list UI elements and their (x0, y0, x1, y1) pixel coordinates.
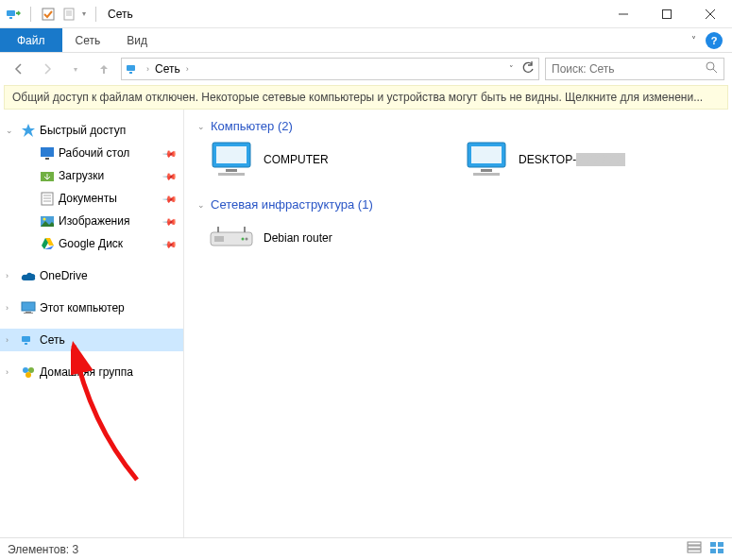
refresh-icon[interactable] (521, 61, 535, 77)
address-segment[interactable]: Сеть (155, 62, 180, 76)
tree-label: Рабочий стол (59, 146, 129, 160)
chevron-right-icon[interactable]: › (6, 271, 17, 280)
svg-line-14 (713, 69, 717, 73)
sidebar-homegroup[interactable]: › Домашняя группа (0, 361, 183, 383)
svg-rect-0 (7, 10, 15, 16)
svg-rect-24 (22, 302, 35, 311)
sidebar-item-google-drive[interactable]: Google Диск 📌 (19, 232, 183, 255)
sidebar-item-pictures[interactable]: Изображения 📌 (19, 210, 183, 232)
chevron-right-icon[interactable]: › (186, 64, 189, 74)
ribbon-tab-view[interactable]: Вид (113, 28, 161, 52)
search-input[interactable] (552, 62, 700, 76)
desktop-icon (40, 145, 55, 161)
pin-icon: 📌 (162, 145, 178, 161)
sidebar-quick-access[interactable]: ⌄ Быстрый доступ (0, 119, 183, 142)
tree-label: Google Диск (59, 237, 123, 250)
pin-icon: 📌 (162, 236, 178, 251)
group-header-infrastructure[interactable]: ⌄ Сетевая инфраструктура (1) (197, 197, 719, 212)
close-button[interactable] (689, 0, 732, 28)
svg-rect-34 (226, 169, 237, 172)
chevron-down-icon[interactable]: ⌄ (6, 126, 17, 135)
group-title: Сетевая инфраструктура (1) (211, 197, 373, 212)
item-label: COMPUTER (264, 153, 329, 166)
chevron-down-icon[interactable]: ˅ (691, 35, 696, 45)
sidebar-this-pc[interactable]: › Этот компьютер (0, 297, 183, 319)
svg-rect-25 (26, 312, 31, 313)
nav-recent-dropdown[interactable]: ▾ (64, 58, 87, 80)
network-computer-item[interactable]: DESKTOP-XXXXXX (464, 141, 681, 178)
ribbon-tab-network[interactable]: Сеть (62, 28, 114, 52)
address-bar[interactable]: › Сеть › ˅ (121, 58, 539, 80)
chevron-right-icon[interactable]: › (6, 303, 17, 313)
sidebar-item-desktop[interactable]: Рабочий стол 📌 (19, 142, 183, 164)
title-bar: ▾ Сеть (0, 0, 732, 28)
chevron-right-icon[interactable]: › (6, 367, 17, 377)
svg-rect-15 (41, 147, 54, 157)
chevron-right-icon[interactable]: › (146, 64, 149, 74)
svg-rect-39 (473, 173, 500, 176)
dropdown-icon[interactable]: ▾ (82, 9, 86, 18)
svg-rect-38 (481, 169, 492, 172)
window-title: Сеть (108, 8, 133, 21)
computer-icon (464, 141, 509, 178)
ribbon-file-tab[interactable]: Файл (0, 28, 62, 52)
sidebar-item-downloads[interactable]: Загрузки 📌 (19, 164, 183, 187)
svg-rect-50 (718, 542, 723, 547)
svg-rect-11 (127, 65, 135, 71)
sidebar-item-documents[interactable]: Документы 📌 (19, 187, 183, 210)
document-icon[interactable] (61, 7, 77, 22)
chevron-down-icon[interactable]: ⌄ (197, 200, 205, 210)
network-computer-item[interactable]: COMPUTER (209, 141, 426, 178)
content-pane: ⌄ Компьютер (2) COMPUTER DESKTOP-XXXXXX … (184, 110, 732, 537)
nav-back-button[interactable] (8, 58, 30, 80)
view-large-icons-button[interactable] (709, 541, 724, 557)
tree-label: Изображения (59, 214, 129, 228)
star-icon (21, 123, 36, 138)
maximize-button[interactable] (645, 0, 689, 28)
pin-icon: 📌 (162, 213, 178, 229)
svg-rect-8 (663, 9, 672, 18)
sidebar-network[interactable]: › Сеть (0, 329, 183, 351)
computer-icon (209, 141, 254, 178)
pin-icon: 📌 (162, 168, 178, 183)
minimize-button[interactable] (602, 0, 645, 28)
tree-label: Загрузки (59, 169, 104, 182)
chevron-down-icon[interactable]: ⌄ (197, 122, 205, 131)
svg-rect-49 (710, 542, 716, 547)
tree-label: Сеть (40, 333, 65, 347)
svg-rect-52 (718, 549, 723, 553)
checkbox-icon[interactable] (41, 7, 56, 22)
tree-label: Этот компьютер (40, 301, 125, 314)
svg-rect-51 (710, 549, 716, 553)
svg-point-29 (23, 367, 28, 373)
network-icon (21, 332, 36, 348)
help-icon[interactable]: ? (706, 32, 723, 49)
nav-forward-button[interactable] (36, 58, 59, 80)
sidebar-onedrive[interactable]: › OneDrive (0, 264, 183, 287)
status-item-count: Элементов: 3 (8, 543, 78, 556)
search-icon[interactable] (706, 61, 718, 76)
search-box[interactable] (545, 58, 724, 80)
svg-point-23 (43, 217, 46, 220)
svg-rect-26 (24, 313, 33, 314)
chevron-right-icon[interactable]: › (6, 335, 17, 345)
nav-up-button[interactable] (93, 58, 115, 80)
homegroup-icon (21, 365, 36, 380)
svg-rect-16 (45, 158, 49, 160)
svg-rect-37 (471, 146, 502, 163)
pin-icon: 📌 (162, 191, 178, 206)
pictures-icon (40, 213, 55, 229)
view-details-button[interactable] (687, 541, 702, 557)
network-router-item[interactable]: Debian router (209, 219, 426, 257)
svg-rect-3 (64, 8, 74, 20)
main-area: ⌄ Быстрый доступ Рабочий стол 📌 Загрузки… (0, 110, 732, 537)
tree-label: Быстрый доступ (40, 124, 126, 137)
warning-bar[interactable]: Общий доступ к файлам отключен. Некоторы… (4, 85, 728, 110)
status-bar: Элементов: 3 (0, 537, 732, 560)
group-header-computers[interactable]: ⌄ Компьютер (2) (197, 119, 719, 133)
ribbon: Файл Сеть Вид ˅ ? (0, 28, 732, 53)
svg-point-43 (246, 238, 248, 241)
item-label: DESKTOP-XXXXXX (519, 153, 625, 166)
navigation-sidebar: ⌄ Быстрый доступ Рабочий стол 📌 Загрузки… (0, 110, 184, 537)
address-dropdown-icon[interactable]: ˅ (509, 64, 514, 74)
